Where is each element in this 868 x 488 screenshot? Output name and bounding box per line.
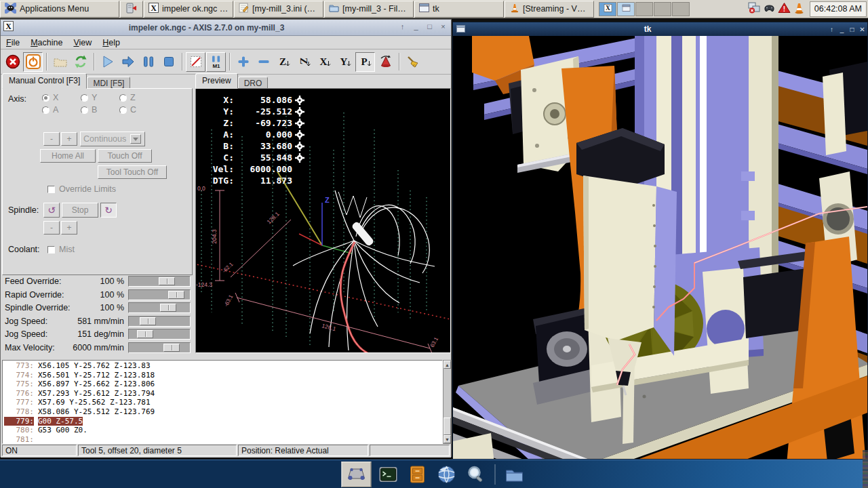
machine-3d-render[interactable] xyxy=(453,36,867,459)
taskbar-window-button[interactable]: Ximpeler ok.ngc - ... xyxy=(144,1,233,18)
axis-titlebar[interactable]: X impeler ok.ngc - AXIS 2.7.0 on my-mill… xyxy=(1,20,451,36)
gcode-line-active[interactable]: 779:G00 Z-57.5 xyxy=(4,417,442,426)
applications-menu-button[interactable]: Applications Menu xyxy=(0,1,119,18)
slider-trough[interactable] xyxy=(128,302,191,313)
view-y-button[interactable]: Y xyxy=(335,52,355,72)
gamepad-icon[interactable] xyxy=(763,2,776,16)
search-dock-icon[interactable] xyxy=(464,462,488,487)
slider-thumb[interactable] xyxy=(140,317,156,325)
view-z-button[interactable]: Z xyxy=(274,52,294,72)
view-p-button[interactable]: P xyxy=(355,52,375,72)
taskbar-window-button[interactable]: [Streaming - VLC ... xyxy=(505,1,594,18)
gcode-line[interactable]: 780:G53 G00 Z0. xyxy=(4,426,442,435)
gcode-line[interactable]: 775:X56.897 Y-25.662 Z-123.806 xyxy=(4,380,442,389)
power-button[interactable] xyxy=(23,52,43,72)
close-button[interactable]: × xyxy=(437,22,449,33)
scroll-up-icon[interactable]: ▲ xyxy=(443,361,451,369)
menu-file[interactable]: File xyxy=(1,37,25,49)
reload-button[interactable] xyxy=(71,52,90,72)
gcode-line[interactable]: 777:X57.69 Y-25.562 Z-123.781 xyxy=(4,398,442,407)
slider-thumb[interactable] xyxy=(137,330,153,338)
stop-button[interactable] xyxy=(159,52,178,72)
show-desktop-dock-icon[interactable] xyxy=(342,462,372,487)
jog-mode-combobox[interactable]: Continuous xyxy=(80,131,145,146)
vlc-icon[interactable] xyxy=(793,1,806,17)
spindle-ccw-button[interactable]: ↺ xyxy=(43,203,60,218)
slider-trough[interactable] xyxy=(128,276,191,287)
pager-workspace-cell[interactable] xyxy=(617,2,635,16)
run-from-line-button[interactable] xyxy=(186,52,205,72)
file-cabinet-dock-icon[interactable] xyxy=(406,462,430,487)
pager-workspace-cell[interactable] xyxy=(672,2,690,16)
gcode-line[interactable]: 773:X56.105 Y-25.762 Z-123.83 xyxy=(4,361,442,371)
maximize-button[interactable]: □ xyxy=(847,26,857,33)
view-x-button[interactable]: X xyxy=(315,52,334,72)
taskbar-window-button[interactable]: [my-mill_3 - File ... xyxy=(324,1,414,18)
axis-radio-x[interactable]: X xyxy=(42,93,58,102)
tab-preview[interactable]: Preview xyxy=(195,73,238,89)
spindle-stop-button[interactable]: Stop xyxy=(62,203,98,218)
folder-dock-icon[interactable] xyxy=(502,462,527,487)
shade-button[interactable]: ↑ xyxy=(827,26,837,33)
zoom-out-button[interactable] xyxy=(254,52,273,72)
axis-radio-c[interactable]: C xyxy=(119,105,136,115)
spindle-minus-button[interactable]: - xyxy=(43,221,60,235)
spindle-cw-button[interactable]: ↻ xyxy=(100,203,117,218)
tool-touch-off-button[interactable]: Tool Touch Off xyxy=(98,165,167,179)
menu-machine[interactable]: Machine xyxy=(25,37,68,49)
axis-radio-y[interactable]: Y xyxy=(81,93,97,102)
slider-trough[interactable] xyxy=(128,289,191,300)
clear-plot-button[interactable] xyxy=(403,52,422,72)
pause-button[interactable] xyxy=(138,52,158,72)
gcode-line[interactable]: 774:X56.501 Y-25.712 Z-123.818 xyxy=(4,371,442,380)
scrollbar-thumb[interactable] xyxy=(443,418,451,435)
slider-thumb[interactable] xyxy=(159,277,175,285)
web-browser-dock-icon[interactable] xyxy=(435,462,459,487)
optional-stop-button[interactable]: M1 xyxy=(206,52,226,72)
override-limits-checkbox[interactable]: Override Limits xyxy=(47,184,116,194)
pager-workspace-cell[interactable]: X xyxy=(599,2,616,16)
tab-dro[interactable]: DRO xyxy=(238,77,269,89)
jog-plus-button[interactable]: + xyxy=(61,132,77,146)
tab-manual-control-f3[interactable]: Manual Control [F3] xyxy=(2,73,87,89)
display-error-icon[interactable] xyxy=(748,1,761,16)
run-button[interactable] xyxy=(98,52,117,72)
axis-radio-b[interactable]: B xyxy=(81,105,97,115)
slider-trough[interactable] xyxy=(128,316,191,327)
touch-off-button[interactable]: Touch Off xyxy=(98,149,152,163)
axis-radio-z[interactable]: Z xyxy=(119,93,136,102)
mist-checkbox[interactable]: Mist xyxy=(47,245,75,254)
tk-titlebar[interactable]: tk ↑ _ □ ✕ xyxy=(453,22,867,36)
warning-icon[interactable]: ! xyxy=(778,2,791,16)
estop-button[interactable] xyxy=(3,52,22,72)
jog-minus-button[interactable]: - xyxy=(43,132,60,146)
slider-trough[interactable] xyxy=(128,342,191,353)
slider-thumb[interactable] xyxy=(160,304,176,312)
rotate-button[interactable] xyxy=(376,52,395,72)
menu-help[interactable]: Help xyxy=(97,37,125,49)
open-button[interactable] xyxy=(50,52,70,72)
slider-thumb[interactable] xyxy=(168,291,184,299)
spindle-plus-button[interactable]: + xyxy=(61,221,77,235)
step-button[interactable] xyxy=(118,52,138,72)
slider-thumb[interactable] xyxy=(163,344,180,352)
gcode-listing[interactable]: 773:X56.105 Y-25.762 Z-123.83774:X56.501… xyxy=(2,360,443,444)
zoom-in-button[interactable] xyxy=(233,52,253,72)
gcode-line[interactable]: 776:X57.293 Y-25.612 Z-123.794 xyxy=(4,389,442,399)
preview-3d-canvas[interactable]: Z0,0204.3-124.3128.1-62.1126.1-63.163.1 … xyxy=(195,88,451,353)
axis-radio-a[interactable]: A xyxy=(42,105,58,115)
maximize-button[interactable]: □ xyxy=(424,22,435,33)
gcode-scrollbar[interactable]: ▲ ▼ xyxy=(443,360,452,444)
tab-mdi-f5[interactable]: MDI [F5] xyxy=(87,77,130,89)
terminal-dock-icon[interactable] xyxy=(376,462,401,487)
taskbar-window-button[interactable]: tk xyxy=(414,1,504,18)
pager-workspace-cell[interactable] xyxy=(635,2,653,16)
logout-launcher-button[interactable] xyxy=(120,1,143,18)
menu-view[interactable]: View xyxy=(68,37,97,49)
scroll-down-icon[interactable]: ▼ xyxy=(443,435,451,443)
view-z-rot-button[interactable]: Z xyxy=(294,52,314,72)
minimize-button[interactable]: _ xyxy=(837,26,847,33)
taskbar-window-button[interactable]: [my-mill_3.ini (~/... xyxy=(234,1,323,18)
slider-trough[interactable] xyxy=(128,329,191,340)
pager-workspace-cell[interactable] xyxy=(654,2,671,16)
